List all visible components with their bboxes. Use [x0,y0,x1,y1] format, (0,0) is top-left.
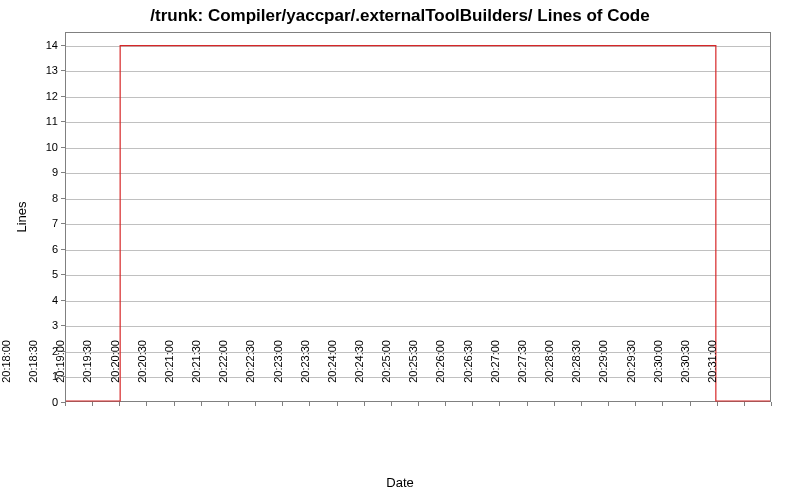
x-tick-label: 20:31:00 [706,336,718,406]
x-tick-label: 20:18:00 [0,336,12,406]
x-tick-mark [744,402,745,406]
x-tick-label: 20:24:00 [326,336,338,406]
x-tick-label: 20:22:00 [217,336,229,406]
x-tick-label: 20:27:00 [489,336,501,406]
x-tick-label: 20:30:30 [679,336,691,406]
x-tick-mark [771,402,772,406]
y-tick-mark [61,172,65,173]
x-tick-label: 20:28:00 [543,336,555,406]
y-tick-label: 8 [28,192,58,204]
y-tick-mark [61,45,65,46]
y-tick-label: 6 [28,243,58,255]
x-tick-label: 20:23:30 [299,336,311,406]
x-tick-label: 20:25:00 [380,336,392,406]
x-tick-label: 20:26:00 [434,336,446,406]
y-tick-label: 3 [28,319,58,331]
y-tick-mark [61,249,65,250]
x-tick-label: 20:25:30 [407,336,419,406]
x-tick-label: 20:26:30 [462,336,474,406]
x-tick-label: 20:27:30 [516,336,528,406]
y-tick-mark [61,96,65,97]
x-tick-label: 20:19:30 [81,336,93,406]
x-tick-label: 20:21:00 [163,336,175,406]
y-tick-label: 11 [28,115,58,127]
x-tick-label: 20:29:30 [625,336,637,406]
x-tick-label: 20:20:00 [109,336,121,406]
y-tick-mark [61,147,65,148]
x-tick-label: 20:21:30 [190,336,202,406]
x-tick-label: 20:18:30 [27,336,39,406]
y-axis-label: Lines [14,201,29,232]
y-tick-mark [61,325,65,326]
y-tick-label: 7 [28,217,58,229]
x-tick-label: 20:29:00 [597,336,609,406]
x-tick-label: 20:22:30 [244,336,256,406]
x-tick-label: 20:19:00 [54,336,66,406]
y-tick-label: 5 [28,268,58,280]
y-tick-mark [61,121,65,122]
x-tick-label: 20:23:00 [272,336,284,406]
x-axis-label: Date [0,475,800,490]
y-tick-mark [61,223,65,224]
y-tick-label: 10 [28,141,58,153]
y-tick-label: 12 [28,90,58,102]
x-tick-label: 20:28:30 [570,336,582,406]
y-tick-mark [61,198,65,199]
y-tick-label: 13 [28,64,58,76]
y-tick-label: 4 [28,294,58,306]
y-tick-mark [61,70,65,71]
chart-title: /trunk: Compiler/yaccpar/.externalToolBu… [0,6,800,26]
chart-container: /trunk: Compiler/yaccpar/.externalToolBu… [0,0,800,500]
y-tick-mark [61,300,65,301]
x-tick-label: 20:30:00 [652,336,664,406]
y-tick-label: 9 [28,166,58,178]
x-tick-label: 20:24:30 [353,336,365,406]
y-tick-mark [61,274,65,275]
x-tick-label: 20:20:30 [136,336,148,406]
y-tick-label: 14 [28,39,58,51]
